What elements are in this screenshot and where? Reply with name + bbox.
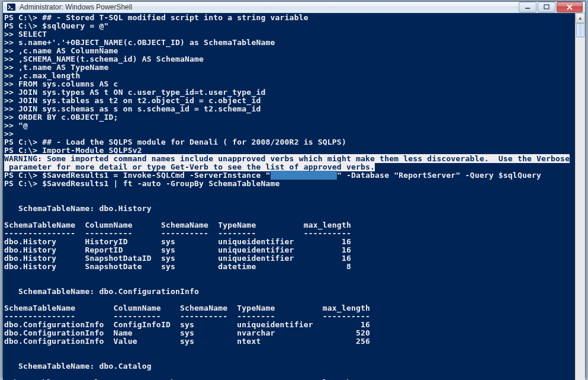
terminal-area: PS C:\> ## - Stored T-SQL modified scrip… <box>3 13 585 380</box>
maximize-button[interactable] <box>538 2 555 12</box>
powershell-window: Administrator: Windows PowerShell PS C:\… <box>2 1 586 378</box>
svg-rect-3 <box>544 5 549 9</box>
vertical-scrollbar[interactable]: ▲ ▼ <box>575 13 585 380</box>
close-button[interactable] <box>557 2 583 12</box>
powershell-icon <box>7 2 16 12</box>
scroll-up-arrow[interactable]: ▲ <box>576 13 585 23</box>
titlebar[interactable]: Administrator: Windows PowerShell <box>3 2 585 13</box>
terminal-output[interactable]: PS C:\> ## - Stored T-SQL modified scrip… <box>3 13 575 380</box>
scroll-thumb[interactable] <box>576 23 584 37</box>
minimize-button[interactable] <box>519 2 536 12</box>
svg-rect-0 <box>7 4 15 11</box>
window-title: Administrator: Windows PowerShell <box>20 3 518 11</box>
window-controls <box>518 2 583 12</box>
